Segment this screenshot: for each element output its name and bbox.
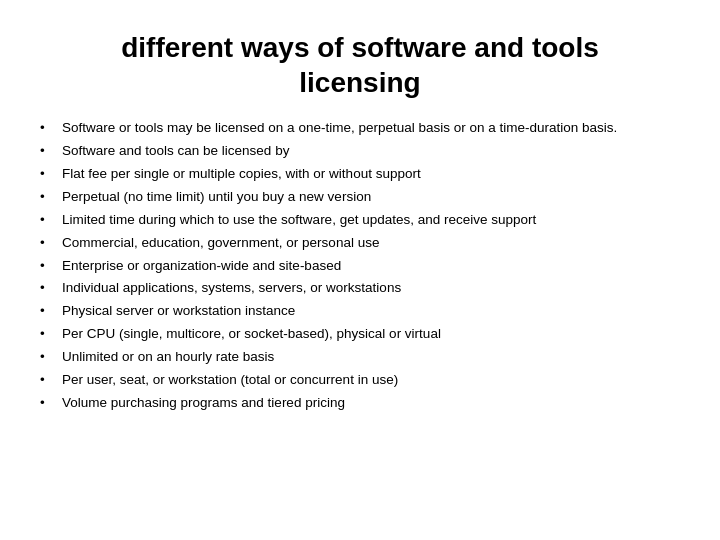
bullet-list: •Software or tools may be licensed on a … <box>40 118 680 414</box>
bullet-symbol: • <box>40 233 58 254</box>
list-item: •Physical server or workstation instance <box>40 301 680 322</box>
list-item-text: Per CPU (single, multicore, or socket-ba… <box>62 324 680 345</box>
list-item: •Unlimited or on an hourly rate basis <box>40 347 680 368</box>
list-item-text: Software or tools may be licensed on a o… <box>62 118 680 139</box>
list-item-text: Per user, seat, or workstation (total or… <box>62 370 680 391</box>
list-item: •Flat fee per single or multiple copies,… <box>40 164 680 185</box>
list-item-text: Commercial, education, government, or pe… <box>62 233 680 254</box>
bullet-symbol: • <box>40 118 58 139</box>
bullet-symbol: • <box>40 256 58 277</box>
bullet-symbol: • <box>40 393 58 414</box>
list-item: •Volume purchasing programs and tiered p… <box>40 393 680 414</box>
bullet-symbol: • <box>40 187 58 208</box>
list-item: •Per CPU (single, multicore, or socket-b… <box>40 324 680 345</box>
list-item: •Perpetual (no time limit) until you buy… <box>40 187 680 208</box>
list-item-text: Individual applications, systems, server… <box>62 278 680 299</box>
list-item-text: Flat fee per single or multiple copies, … <box>62 164 680 185</box>
list-item-text: Enterprise or organization-wide and site… <box>62 256 680 277</box>
list-item: •Software and tools can be licensed by <box>40 141 680 162</box>
list-item-text: Physical server or workstation instance <box>62 301 680 322</box>
bullet-symbol: • <box>40 141 58 162</box>
list-item: •Enterprise or organization-wide and sit… <box>40 256 680 277</box>
bullet-symbol: • <box>40 164 58 185</box>
slide-title: different ways of software and tools lic… <box>40 30 680 100</box>
bullet-symbol: • <box>40 324 58 345</box>
list-item-text: Volume purchasing programs and tiered pr… <box>62 393 680 414</box>
list-item: •Commercial, education, government, or p… <box>40 233 680 254</box>
list-item: •Per user, seat, or workstation (total o… <box>40 370 680 391</box>
bullet-symbol: • <box>40 347 58 368</box>
bullet-symbol: • <box>40 301 58 322</box>
list-item: •Limited time during which to use the so… <box>40 210 680 231</box>
list-item-text: Software and tools can be licensed by <box>62 141 680 162</box>
slide-content: •Software or tools may be licensed on a … <box>40 118 680 416</box>
list-item-text: Perpetual (no time limit) until you buy … <box>62 187 680 208</box>
bullet-symbol: • <box>40 278 58 299</box>
list-item-text: Unlimited or on an hourly rate basis <box>62 347 680 368</box>
slide: different ways of software and tools lic… <box>0 0 720 540</box>
list-item: •Software or tools may be licensed on a … <box>40 118 680 139</box>
list-item: •Individual applications, systems, serve… <box>40 278 680 299</box>
bullet-symbol: • <box>40 370 58 391</box>
list-item-text: Limited time during which to use the sof… <box>62 210 680 231</box>
bullet-symbol: • <box>40 210 58 231</box>
